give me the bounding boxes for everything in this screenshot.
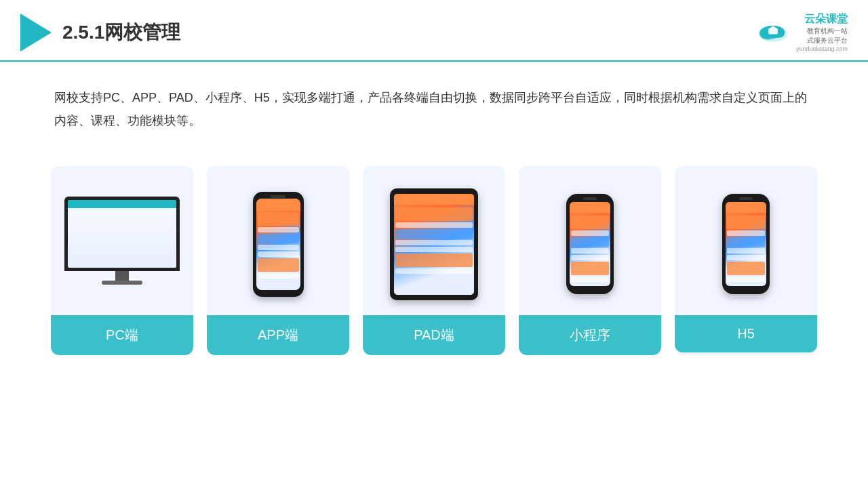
card-app-image [207, 166, 349, 315]
brand-logo: 云朵课堂 教育机构一站 式服务云平台 yunduoketang.com [755, 12, 848, 52]
pc-monitor-icon [64, 197, 180, 291]
page-title: 2.5.1网校管理 [62, 20, 180, 45]
card-miniapp: 小程序 [519, 166, 661, 355]
card-miniapp-image [519, 166, 661, 315]
cloud-icon [755, 20, 791, 45]
brand-text-block: 云朵课堂 教育机构一站 式服务云平台 yunduoketang.com [796, 12, 848, 52]
phone-miniapp-icon [566, 194, 614, 294]
card-pc: PC端 [51, 166, 193, 355]
card-pc-image [51, 166, 193, 315]
tablet-pad-icon [390, 188, 478, 300]
card-app: APP端 [207, 166, 349, 355]
card-app-label: APP端 [207, 315, 349, 355]
description-paragraph: 网校支持PC、APP、PAD、小程序、H5，实现多端打通，产品各终端自由切换，数… [54, 86, 814, 132]
card-pad-image [363, 166, 505, 315]
header: 2.5.1网校管理 云朵课堂 教育机构一站 式服务云平台 yunduoketan… [0, 0, 868, 62]
description-text: 网校支持PC、APP、PAD、小程序、H5，实现多端打通，产品各终端自由切换，数… [0, 62, 868, 146]
brand-url: yunduoketang.com [796, 45, 848, 52]
cards-container: PC端 APP端 [0, 152, 868, 369]
card-pad-label: PAD端 [363, 315, 505, 355]
phone-h5-icon [722, 194, 770, 294]
logo-triangle-icon [20, 14, 52, 52]
card-miniapp-label: 小程序 [519, 315, 661, 355]
header-left: 2.5.1网校管理 [20, 14, 180, 52]
card-pc-label: PC端 [51, 315, 193, 355]
phone-app-icon [253, 192, 304, 297]
card-h5-image [675, 166, 817, 315]
card-h5: H5 [675, 166, 817, 355]
brand-tagline: 教育机构一站 式服务云平台 [796, 26, 848, 45]
card-pad: PAD端 [363, 166, 505, 355]
card-h5-label: H5 [675, 315, 817, 352]
brand-name: 云朵课堂 [796, 12, 848, 26]
